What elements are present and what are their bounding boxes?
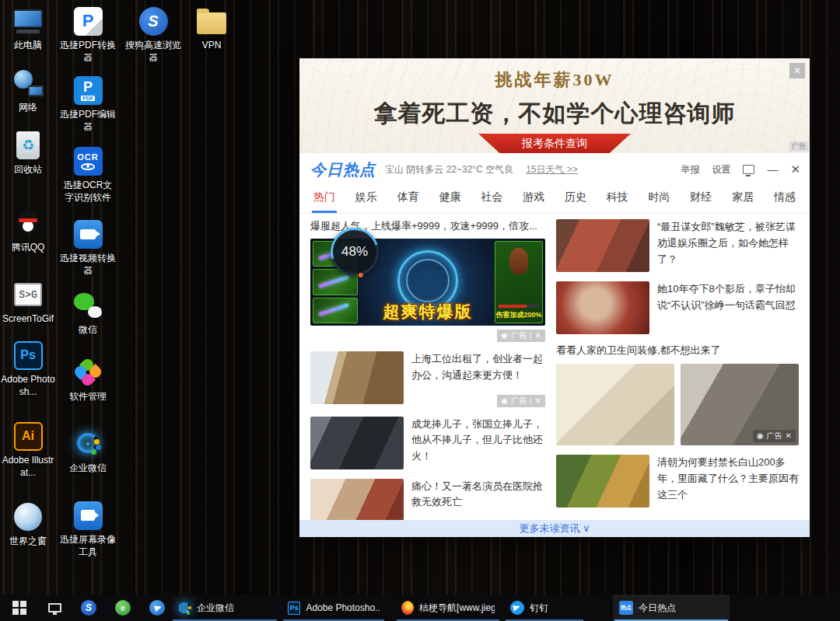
report-button[interactable]: 举报 (681, 163, 699, 176)
tab-entertainment[interactable]: 娱乐 (354, 186, 379, 213)
taskbar-display-icon[interactable] (40, 595, 68, 621)
icon-label: 迅捷OCR文字识别软件 (60, 180, 116, 204)
desktop-icon-ocr[interactable]: OCR 迅捷OCR文字识别软件 (60, 145, 116, 204)
desktop-icon-vpn[interactable]: VPN (184, 5, 240, 52)
ad-label: 广告 (511, 330, 527, 341)
news-titlebar: 今日热点 宝山 阴转多云 22~32°C 空气良 15日天气 >> 举报 设置 … (299, 153, 810, 186)
network-icon (0, 67, 56, 99)
ad-label: 广告 (511, 396, 527, 406)
desktop-icon-network[interactable]: 网络 (0, 67, 56, 114)
photoshop-icon: Ps (0, 339, 56, 372)
taskbar-paper-plane-icon[interactable] (143, 595, 171, 621)
settings-button[interactable]: 设置 (712, 163, 730, 176)
desktop-icon-photoshop[interactable]: Ps Adobe Photosh... (0, 339, 56, 398)
game-ad-image[interactable]: 伤害加成200% 超爽特爆版 48% (310, 239, 545, 326)
taskbar-app-photoshop[interactable]: Ps Adobe Photosho... (282, 595, 386, 621)
desktop-icon-pdf-converter[interactable]: P 迅捷PDF转换器 (60, 5, 116, 64)
desktop-icon-this-pc[interactable]: 此电脑 (0, 5, 56, 52)
desktop-icon-screen-recorder[interactable]: 迅捷屏幕录像工具 (60, 499, 116, 558)
news-item[interactable]: 她10年夺下8个影后，章子怡却说“不认识”徐峥一句话霸气回怼 (556, 281, 799, 334)
start-button[interactable] (5, 595, 34, 621)
tab-history[interactable]: 历史 (563, 186, 588, 213)
desktop-icon-recycle-bin[interactable]: ♻ 回收站 (0, 129, 56, 176)
pdf-converter-icon: P (60, 5, 116, 37)
taskbar-sogou-icon[interactable]: S (75, 595, 103, 621)
news-image (556, 455, 649, 508)
tab-hot[interactable]: 热门 (312, 186, 337, 213)
icon-label: 腾讯QQ (0, 242, 56, 254)
desktop-icon-illustrator[interactable]: Ai Adobe Illustrat... (0, 420, 56, 479)
taskbar: S e 企业微信 Ps Adobe Photosho... 桔梗导航[www.j… (0, 595, 840, 621)
icon-label: 回收站 (0, 164, 56, 176)
tab-sports[interactable]: 体育 (396, 186, 421, 213)
category-tabs: 热门 娱乐 体育 健康 社会 游戏 历史 科技 时尚 财经 家居 情感 (299, 186, 810, 214)
tab-society[interactable]: 社会 (479, 186, 504, 213)
tab-tech[interactable]: 科技 (605, 186, 630, 213)
eye-icon: ◉ (501, 396, 508, 406)
ad-close-icon[interactable]: ✕ (535, 396, 541, 406)
ad-control-tag[interactable]: ◉ 广告 ✕ (753, 430, 796, 442)
hotspot-popup-window: 挑战年薪30W 拿着死工资，不如学个心理咨询师 报考条件查询 ✕ 广告 今日热点… (299, 58, 810, 537)
icon-label: 迅捷视频转换器 (60, 253, 116, 277)
desktop-icon-world-window[interactable]: 世界之窗 (0, 501, 56, 548)
news-image: ◉ 广告 ✕ (681, 364, 799, 445)
taskbar-green-browser-icon[interactable]: e (109, 595, 137, 621)
eye-icon: ◉ (757, 431, 764, 441)
news-item[interactable]: 上海工位出租了，创业者一起办公，沟通起来更方便！ ◉ 广告 | ✕ (310, 351, 545, 407)
desktop-icon-sogou-browser[interactable]: S 搜狗高速浏览器 (125, 5, 181, 64)
tab-emotion[interactable]: 情感 (772, 186, 797, 213)
desktop-icon-pdf-editor[interactable]: PPDF 迅捷PDF编辑器 (60, 74, 116, 133)
desktop-icon-screentogif[interactable]: S>G ScreenToGif (0, 278, 56, 326)
screen-recorder-icon (60, 499, 116, 532)
tab-finance[interactable]: 财经 (688, 186, 713, 213)
desktop-icon-software-manager[interactable]: 软件管理 (60, 356, 116, 403)
display-mode-icon[interactable] (743, 165, 754, 174)
ad-close-icon[interactable]: ✕ (535, 330, 541, 341)
more-news-link[interactable]: 更多未读资讯 ∨ (299, 520, 810, 537)
ad-cta-button[interactable]: 报考条件查询 (478, 134, 631, 153)
close-button[interactable]: ✕ (790, 162, 800, 176)
taskbar-app-dingtalk[interactable]: 钉钉 (504, 595, 585, 621)
desktop-icon-wechat[interactable]: 微信 (60, 289, 116, 337)
tab-fashion[interactable]: 时尚 (647, 186, 672, 213)
ocr-icon: OCR (60, 145, 116, 177)
icon-label: Adobe Illustrat... (0, 455, 56, 479)
minimize-button[interactable]: — (767, 163, 778, 176)
news-image (556, 281, 649, 334)
news-item[interactable]: “最丑谋女郎”魏敏芝，被张艺谋劝退娱乐圈之后，如今她怎样了？ (556, 219, 799, 272)
icon-label: 企业微信 (60, 462, 116, 475)
weather-link[interactable]: 15日天气 >> (526, 163, 578, 176)
icon-label: 迅捷屏幕录像工具 (60, 534, 116, 558)
app-logo: 今日热点 (310, 159, 376, 180)
weather-text: 宝山 阴转多云 22~32°C 空气良 (385, 163, 513, 176)
news-image (310, 417, 404, 469)
taskbar-app-hotspot[interactable]: 热点 今日热点 (613, 595, 730, 621)
news-content: 爆服超人气，上线爆率+9999，攻速+9999，倍攻... 伤害加成200% 超… (299, 213, 810, 520)
taskbar-app-firefox[interactable]: 桔梗导航[www.jieg... (395, 595, 501, 621)
ad-close-icon[interactable]: ✕ (789, 63, 805, 78)
news-item[interactable]: 看看人家的卫生间装修,都不想出来了 ◉ 广告 ✕ (556, 344, 799, 445)
ad-banner-title: 挑战年薪30W (299, 58, 810, 92)
ad-close-icon[interactable]: ✕ (786, 431, 792, 441)
news-item[interactable]: 清朝为何要封禁长白山200多年，里面藏了什么？主要原因有这三个 (556, 455, 799, 508)
icon-label: VPN (184, 40, 240, 52)
tab-home[interactable]: 家居 (730, 186, 755, 213)
illustrator-icon: Ai (0, 420, 56, 452)
desktop-icon-qq[interactable]: 腾讯QQ (0, 207, 56, 254)
ad-label: 广告 (767, 431, 782, 441)
eye-icon: ◉ (501, 330, 508, 341)
globe-icon (0, 501, 56, 533)
ad-control-tag[interactable]: ◉ 广告 | ✕ (497, 395, 545, 407)
icon-label: 软件管理 (60, 391, 116, 403)
news-item[interactable]: 成龙捧儿子，张国立捧儿子，他从不捧儿子，但儿子比他还火！ (310, 417, 545, 469)
news-image (556, 219, 649, 272)
ad-banner[interactable]: 挑战年薪30W 拿着死工资，不如学个心理咨询师 报考条件查询 ✕ 广告 (299, 58, 810, 153)
photoshop-icon: Ps (288, 602, 300, 615)
tab-health[interactable]: 健康 (437, 186, 462, 213)
taskbar-app-wechat-work[interactable]: 企业微信 (171, 595, 278, 621)
windows-logo-icon (12, 601, 26, 615)
ad-control-tag[interactable]: ◉ 广告 | ✕ (497, 330, 545, 342)
desktop-icon-video-converter[interactable]: 迅捷视频转换器 (60, 218, 116, 277)
desktop-icon-wechat-work[interactable]: 企业微信 (60, 427, 116, 475)
tab-games[interactable]: 游戏 (521, 186, 546, 213)
